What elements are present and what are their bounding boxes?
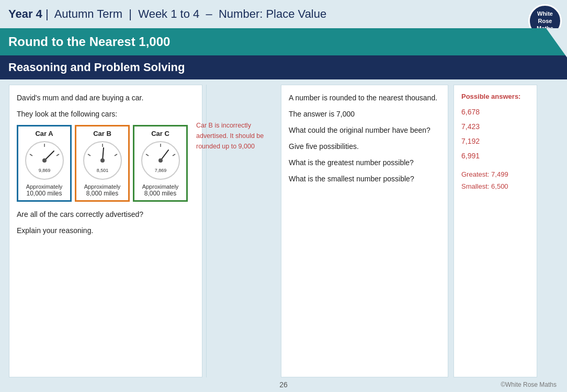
svg-point-12 [100, 158, 105, 163]
intro-text-1: David's mum and dad are buying a car. [17, 93, 195, 103]
right-answer-panel: Possible answers: 6,678 7,423 7,192 6,99… [453, 85, 537, 377]
car-c-approx-label: Approximately [138, 183, 183, 190]
answer-4: 6,991 [461, 148, 529, 163]
car-b-gauge: 8,501 [82, 140, 123, 181]
rq4: Give five possibilities. [289, 141, 440, 152]
car-c-card: Car C 7,869 Approximate [133, 125, 188, 202]
svg-text:8,501: 8,501 [96, 168, 108, 173]
car-a-approx-label: Approximately [21, 183, 67, 190]
rq2: The answer is 7,000 [289, 109, 440, 120]
left-panel: David's mum and dad are buying a car. Th… [9, 85, 202, 377]
car-b-approx-label: Approximately [80, 183, 125, 190]
greatest-smallest: Greatest: 7,499 Smallest: 6,500 [461, 168, 529, 193]
footer: 26 ©White Rose Maths [0, 381, 567, 389]
question-1: Are all of the cars correctly advertised… [17, 209, 195, 220]
rq5: What is the greatest number possible? [289, 157, 440, 168]
car-b-miles: 8,000 miles [80, 190, 125, 197]
rq1: A number is rounded to the nearest thous… [289, 93, 440, 103]
car-a-miles: 10,000 miles [21, 190, 67, 197]
topic-label: Number: Place Value [219, 7, 326, 20]
car-b-label: Car B [80, 130, 125, 137]
svg-text:9,869: 9,869 [38, 168, 50, 173]
section-title: Reasoning and Problem Solving [8, 61, 559, 74]
lesson-bar: Round to the Nearest 1,000 [0, 28, 567, 55]
possible-answers: 6,678 7,423 7,192 6,991 [461, 105, 529, 163]
possible-label: Possible answers: [461, 93, 529, 100]
header-title: Year 4 | Autumn Term | Week 1 to 4 – Num… [8, 7, 326, 21]
svg-text:7,869: 7,869 [154, 168, 166, 173]
content-area: David's mum and dad are buying a car. Th… [0, 79, 567, 383]
section-bar: Reasoning and Problem Solving [0, 55, 567, 79]
rq3: What could the original number have been… [289, 125, 440, 136]
car-c-label: Car C [138, 130, 183, 137]
page-number: 26 [192, 381, 375, 389]
svg-point-19 [158, 158, 163, 163]
car-c-gauge: 7,869 [140, 140, 182, 181]
weeks-label: Week 1 to 4 [138, 7, 199, 20]
term-label: Autumn Term [54, 7, 122, 20]
lesson-title: Round to the Nearest 1,000 [8, 34, 559, 49]
year-label: Year 4 [8, 7, 42, 20]
car-b-answer-text: Car B is incorrectly advertised. It shou… [196, 122, 264, 150]
answer-2: 7,423 [461, 119, 529, 134]
answer-1: 6,678 [461, 105, 529, 119]
rq6: What is the smallest number possible? [289, 174, 440, 185]
copyright: ©White Rose Maths [375, 381, 557, 388]
cars-row: Car A 9,869 [17, 125, 195, 202]
car-a-gauge: 9,869 [24, 140, 65, 181]
intro-text-2: They look at the following cars: [17, 109, 195, 120]
greatest: Greatest: 7,499 [461, 168, 529, 180]
page-header: Year 4 | Autumn Term | Week 1 to 4 – Num… [0, 0, 567, 28]
car-c-miles: 8,000 miles [138, 190, 183, 197]
car-a-label: Car A [21, 130, 67, 137]
car-b-card: Car B 8,501 Approximate [75, 125, 130, 202]
car-b-answer: Car B is incorrectly advertised. It shou… [196, 120, 272, 152]
car-a-card: Car A 9,869 [17, 125, 72, 202]
smallest: Smallest: 6,500 [461, 180, 529, 192]
question-2: Explain your reasoning. [17, 225, 195, 236]
right-question-panel: A number is rounded to the nearest thous… [281, 85, 448, 377]
svg-point-5 [42, 158, 47, 163]
answer-3: 7,192 [461, 134, 529, 148]
